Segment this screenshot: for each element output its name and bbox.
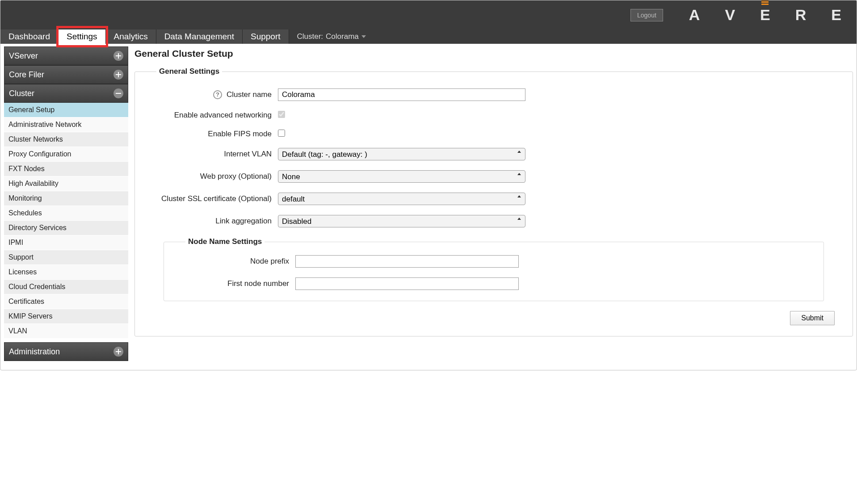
node-prefix-input[interactable] xyxy=(295,255,519,268)
label-ssl-cert: Cluster SSL certificate (Optional) xyxy=(153,194,278,203)
cluster-prefix: Cluster: xyxy=(297,32,323,41)
sidebar-cluster-items: General Setup Administrative Network Clu… xyxy=(4,103,128,339)
label-internet-vlan: Internet VLAN xyxy=(153,150,278,159)
general-settings-fieldset: General Settings ? Cluster name Enable a… xyxy=(134,67,853,336)
tab-support[interactable]: Support xyxy=(243,29,289,44)
label-fips: Enable FIPS mode xyxy=(153,130,278,139)
expand-icon xyxy=(113,51,123,61)
sidebar-group-label: VServer xyxy=(9,51,38,61)
label-web-proxy: Web proxy (Optional) xyxy=(153,172,278,181)
main-content: General Cluster Setup General Settings ?… xyxy=(128,46,853,361)
sidebar-item-cloud-credentials[interactable]: Cloud Credentials xyxy=(4,280,128,294)
ssl-cert-select[interactable]: default xyxy=(278,193,525,205)
sidebar-group-label: Cluster xyxy=(9,89,34,98)
node-name-settings-legend: Node Name Settings xyxy=(185,237,265,246)
sidebar-item-schedules[interactable]: Schedules xyxy=(4,206,128,221)
cluster-selector[interactable]: Cluster: Colorama xyxy=(297,32,366,41)
sidebar-item-proxy-configuration[interactable]: Proxy Configuration xyxy=(4,147,128,162)
submit-button[interactable]: Submit xyxy=(790,311,835,325)
logout-button[interactable]: Logout xyxy=(630,9,663,21)
brand-logo: AV E RE xyxy=(689,6,841,24)
tab-analytics[interactable]: Analytics xyxy=(106,29,156,44)
node-name-settings-fieldset: Node Name Settings Node prefix First nod… xyxy=(164,237,824,301)
cluster-name-input[interactable] xyxy=(278,88,525,101)
sidebar-item-support[interactable]: Support xyxy=(4,250,128,265)
sidebar-item-directory-services[interactable]: Directory Services xyxy=(4,221,128,235)
sidebar-item-kmip-servers[interactable]: KMIP Servers xyxy=(4,309,128,324)
tab-data-management[interactable]: Data Management xyxy=(156,29,243,44)
sidebar-group-administration[interactable]: Administration xyxy=(4,342,128,361)
sidebar-item-high-availability[interactable]: High Availability xyxy=(4,176,128,191)
settings-sidebar: VServer Core Filer Cluster General Setup… xyxy=(4,46,128,361)
app-header: Logout AV E RE Dashboard Settings Analyt… xyxy=(0,0,857,44)
sidebar-item-licenses[interactable]: Licenses xyxy=(4,265,128,280)
first-node-number-input[interactable] xyxy=(295,277,519,290)
sidebar-group-label: Core Filer xyxy=(9,70,44,80)
sidebar-item-fxt-nodes[interactable]: FXT Nodes xyxy=(4,162,128,176)
general-settings-legend: General Settings xyxy=(156,67,222,76)
fips-checkbox[interactable] xyxy=(278,130,285,137)
main-tabs: Dashboard Settings Analytics Data Manage… xyxy=(0,29,857,44)
internet-vlan-select[interactable]: Default (tag: -, gateway: ) xyxy=(278,148,525,160)
page-title: General Cluster Setup xyxy=(134,48,853,59)
label-adv-networking: Enable advanced networking xyxy=(153,111,278,120)
sidebar-group-vserver[interactable]: VServer xyxy=(4,46,128,65)
label-node-prefix: Node prefix xyxy=(182,257,295,266)
sidebar-item-cluster-networks[interactable]: Cluster Networks xyxy=(4,132,128,147)
link-aggregation-select[interactable]: Disabled xyxy=(278,215,525,227)
tab-settings[interactable]: Settings xyxy=(59,29,106,44)
adv-networking-checkbox[interactable] xyxy=(278,111,285,118)
label-cluster-name: Cluster name xyxy=(227,90,272,99)
sidebar-item-certificates[interactable]: Certificates xyxy=(4,294,128,309)
help-icon[interactable]: ? xyxy=(213,90,222,99)
sidebar-item-vlan[interactable]: VLAN xyxy=(4,324,128,339)
sidebar-item-general-setup[interactable]: General Setup xyxy=(4,103,128,118)
sidebar-group-label: Administration xyxy=(9,347,60,357)
tab-dashboard[interactable]: Dashboard xyxy=(0,29,59,44)
chevron-down-icon xyxy=(361,35,366,38)
sidebar-item-monitoring[interactable]: Monitoring xyxy=(4,191,128,206)
collapse-icon xyxy=(113,88,123,98)
label-first-node-number: First node number xyxy=(182,279,295,288)
expand-icon xyxy=(113,347,123,357)
sidebar-group-cluster[interactable]: Cluster xyxy=(4,84,128,103)
cluster-name: Colorama xyxy=(326,32,359,41)
sidebar-item-ipmi[interactable]: IPMI xyxy=(4,235,128,250)
label-link-aggregation: Link aggregation xyxy=(153,217,278,226)
expand-icon xyxy=(113,70,123,80)
sidebar-item-administrative-network[interactable]: Administrative Network xyxy=(4,118,128,132)
sidebar-group-corefiler[interactable]: Core Filer xyxy=(4,65,128,84)
web-proxy-select[interactable]: None xyxy=(278,170,525,183)
